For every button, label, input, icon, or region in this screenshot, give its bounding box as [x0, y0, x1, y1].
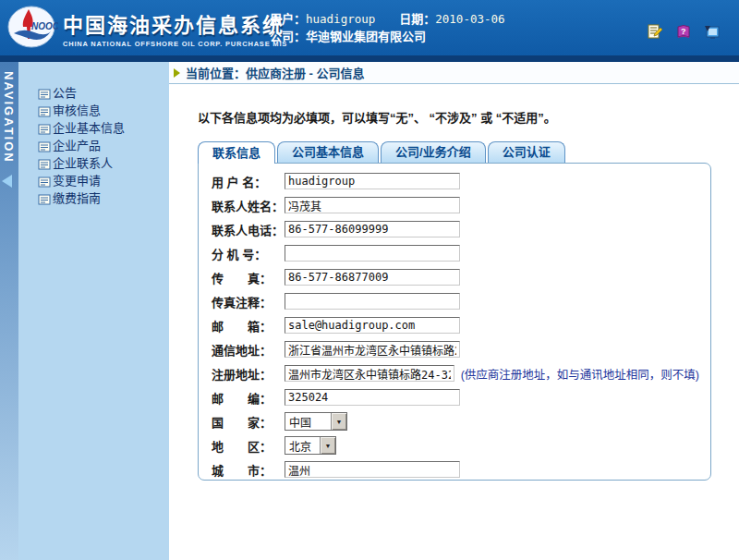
title-block: 中国海油采办信息系统 CHINA NATIONAL OFFSHORE OIL C…: [63, 8, 287, 48]
tab-contact-info[interactable]: 联系信息: [198, 141, 275, 164]
sidebar-item-label: 企业基本信息: [53, 118, 125, 136]
form-row-contact-phone: 联系人电话：: [212, 220, 699, 238]
contact-name-input[interactable]: [285, 197, 460, 213]
extension-input[interactable]: [285, 245, 460, 262]
list-icon: [38, 104, 51, 116]
app-window: NOOC 中国海油采办信息系统 CHINA NATIONAL OFFSHORE …: [0, 0, 739, 560]
chevron-down-icon: ▼: [320, 437, 335, 454]
country-select[interactable]: 中国 ▼: [285, 412, 347, 431]
logo-text: NOOC: [31, 21, 58, 31]
sidebar: NAVIGATION 公告 审核信息 企业基本信息 企业产品: [0, 62, 169, 560]
sidebar-item-label: 企业联系人: [53, 153, 113, 171]
country-select-value: 中国: [285, 413, 331, 430]
field-label: 邮 编：: [212, 389, 285, 407]
region-select[interactable]: 北京 ▼: [285, 436, 336, 455]
cnooc-logo: NOOC: [6, 4, 58, 50]
list-icon: [38, 87, 51, 98]
user-label: 用户：: [270, 12, 306, 26]
header: NOOC 中国海油采办信息系统 CHINA NATIONAL OFFSHORE …: [0, 0, 739, 55]
tab-bar: 联系信息 公司基本信息 公司/业务介绍 公司认证: [198, 141, 567, 163]
registered-address-note: (供应商注册地址，如与通讯地址相同，则不填): [461, 365, 699, 383]
field-label: 联系人电话：: [212, 221, 285, 238]
city-input[interactable]: [285, 461, 460, 478]
field-label: 传真注释：: [212, 293, 285, 310]
sidebar-nav: 公告 审核信息 企业基本信息 企业产品 企业联系人: [18, 62, 169, 560]
form-row-region: 地 区： 北京 ▼: [212, 436, 699, 455]
field-label: 邮 箱：: [212, 317, 285, 335]
chevron-down-icon: ▼: [331, 413, 346, 430]
tab-company-business-intro[interactable]: 公司/业务介绍: [381, 141, 486, 163]
email-input[interactable]: [285, 317, 460, 334]
divider-bar: [0, 55, 739, 62]
field-label: 传 真：: [212, 269, 285, 286]
field-label: 通信地址：: [212, 341, 285, 359]
sidebar-item-payment-guide[interactable]: 缴费指南: [38, 189, 169, 206]
fax-note-input[interactable]: [285, 293, 460, 310]
username-input[interactable]: [285, 173, 460, 189]
form-row-country: 国 家： 中国 ▼: [212, 412, 699, 431]
user-value: huadigroup: [306, 12, 375, 26]
form-row-fax: 传 真：: [212, 268, 699, 286]
collapse-arrow-icon[interactable]: [2, 175, 12, 188]
field-label: 联系人姓名：: [212, 197, 285, 214]
sidebar-item-review-info[interactable]: 审核信息: [38, 101, 169, 118]
navigation-label: NAVIGATION: [2, 71, 16, 164]
sidebar-item-company-contacts[interactable]: 企业联系人: [38, 153, 169, 171]
fax-input[interactable]: [285, 269, 460, 286]
field-label: 城 市：: [212, 461, 285, 479]
app-subtitle: CHINA NATIONAL OFFSHORE OIL CORP. PURCHA…: [63, 40, 287, 48]
sidebar-item-label: 变更申请: [53, 171, 101, 189]
sidebar-item-company-basic-info[interactable]: 企业基本信息: [38, 118, 169, 136]
breadcrumb: 当前位置：供应商注册 - 公司信息: [169, 62, 739, 84]
header-icons: ?: [647, 24, 721, 41]
sidebar-item-label: 审核信息: [53, 101, 101, 118]
form-row-extension: 分 机 号：: [212, 244, 699, 262]
sidebar-item-label: 公告: [53, 83, 77, 101]
contact-phone-input[interactable]: [285, 221, 460, 237]
exit-icon[interactable]: [704, 24, 721, 41]
postal-code-input[interactable]: [285, 389, 460, 406]
navigation-strip: NAVIGATION: [0, 62, 18, 560]
list-icon: [38, 175, 51, 186]
breadcrumb-label: 当前位置：供应商注册 - 公司信息: [186, 64, 365, 81]
app-title: 中国海油采办信息系统: [63, 8, 287, 38]
sidebar-item-announcements[interactable]: 公告: [38, 83, 169, 101]
instruction-text: 以下各信息项均为必填项，可以填写“无”、 “不涉及” 或 “不适用”。: [198, 108, 715, 126]
field-label: 分 机 号：: [212, 245, 285, 262]
user-info: 用户：huadigroup日期：2010-03-06 公司：华迪钢业集团有限公司: [270, 10, 505, 45]
list-icon: [38, 140, 51, 151]
memo-icon[interactable]: [647, 24, 663, 41]
field-label: 用 户 名：: [212, 173, 285, 190]
form-row-fax-note: 传真注释：: [212, 292, 699, 310]
sidebar-item-label: 缴费指南: [53, 189, 101, 206]
list-icon: [38, 157, 51, 168]
form-row-city: 城 市：: [212, 460, 699, 479]
form-row-username: 用 户 名：: [212, 172, 699, 190]
form-row-email: 邮 箱：: [212, 316, 699, 335]
date-value: 2010-03-06: [435, 12, 504, 26]
breadcrumb-arrow-icon: [174, 68, 180, 78]
date-label: 日期：: [399, 12, 435, 26]
form-row-registered-address: 注册地址： (供应商注册地址，如与通讯地址相同，则不填): [212, 364, 699, 383]
sidebar-item-label: 企业产品: [53, 136, 101, 153]
tab-company-basic-info[interactable]: 公司基本信息: [277, 141, 379, 163]
list-icon: [38, 192, 51, 203]
help-icon[interactable]: ?: [675, 24, 692, 41]
tab-company-certification[interactable]: 公司认证: [488, 141, 565, 163]
company-label: 公司：: [270, 30, 306, 43]
form-row-postal-code: 邮 编：: [212, 388, 699, 407]
sidebar-item-company-products[interactable]: 企业产品: [38, 136, 169, 153]
field-label: 注册地址：: [212, 365, 285, 383]
main-content: 当前位置：供应商注册 - 公司信息 以下各信息项均为必填项，可以填写“无”、 “…: [169, 62, 739, 560]
region-select-value: 北京: [285, 437, 320, 454]
contact-info-form: 用 户 名： 联系人姓名： 联系人电话： 分 机 号： 传 真：: [198, 163, 711, 481]
list-icon: [38, 122, 51, 133]
registered-address-input[interactable]: [285, 365, 454, 382]
form-row-contact-name: 联系人姓名：: [212, 196, 699, 214]
sidebar-item-change-request[interactable]: 变更申请: [38, 171, 169, 189]
form-row-mailing-address: 通信地址：: [212, 340, 699, 359]
field-label: 国 家：: [212, 413, 285, 431]
mailing-address-input[interactable]: [285, 341, 460, 358]
svg-text:?: ?: [681, 27, 686, 36]
field-label: 地 区：: [212, 437, 285, 455]
